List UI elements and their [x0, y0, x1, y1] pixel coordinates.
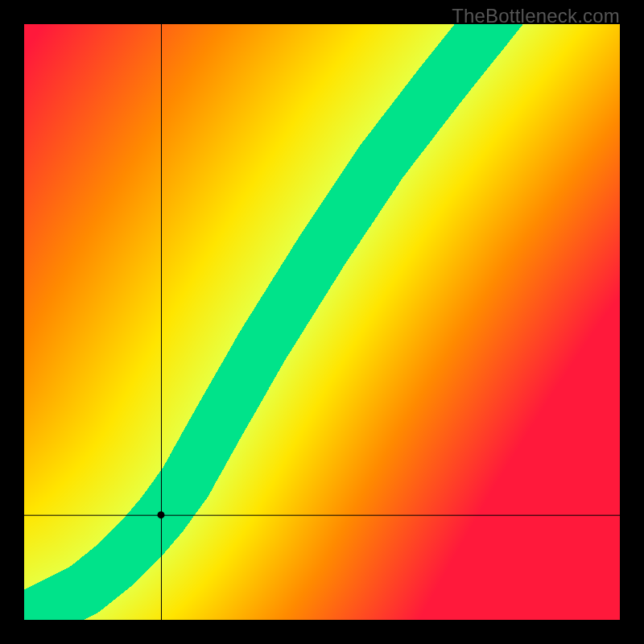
- chart-container: TheBottleneck.com: [0, 0, 644, 644]
- heatmap-canvas: [24, 24, 620, 620]
